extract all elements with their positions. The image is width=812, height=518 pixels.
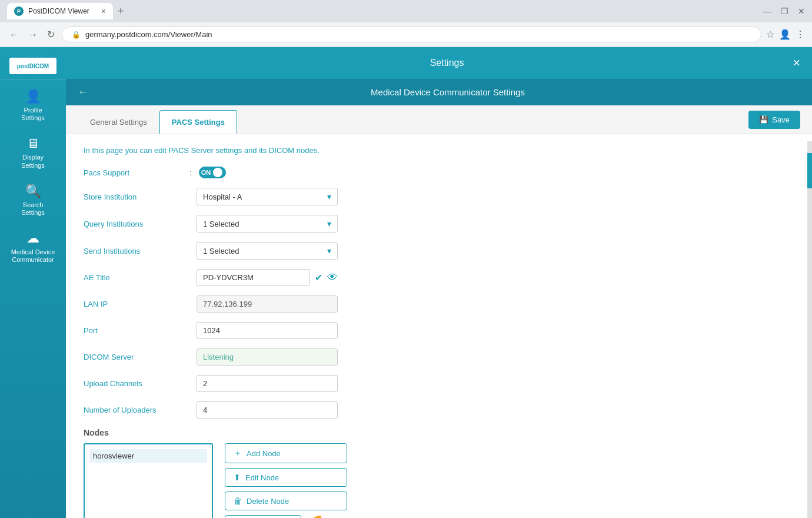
tab-pacs-label: PACS Settings	[172, 118, 225, 127]
sidebar-item-label: ProfileSettings	[21, 107, 45, 122]
upload-channels-input[interactable]	[197, 375, 338, 392]
modal-content: In this page you can edit PACS Server se…	[66, 134, 812, 518]
delete-node-button[interactable]: 🗑 Delete Node	[225, 492, 347, 510]
port-control	[197, 322, 338, 339]
eye-icon[interactable]: 👁	[327, 271, 338, 284]
sidebar-item-label: DisplaySettings	[21, 154, 45, 169]
tab-pacs-settings[interactable]: PACS Settings	[159, 110, 237, 134]
dicom-server-row: DICOM Server Listening	[84, 348, 794, 366]
upload-channels-control	[197, 375, 338, 392]
trash-icon: 🗑	[234, 496, 242, 506]
pacs-support-label: Pacs Support	[84, 168, 189, 177]
pacs-support-colon: :	[189, 168, 192, 177]
check-icon[interactable]: ✔	[315, 272, 322, 283]
scrollbar-track	[807, 141, 812, 518]
sidebar-item-medical-device[interactable]: ☁ Medical DeviceCommunicator	[0, 224, 66, 271]
edit-node-label: Edit Node	[245, 473, 279, 482]
modal-title: Settings	[101, 58, 793, 68]
medical-device-icon: ☁	[26, 231, 39, 246]
modal-subheader: ← Medical Device Communicator Settings	[66, 79, 812, 105]
ae-title-label: AE Title	[84, 273, 189, 282]
search-icon: 🔍	[25, 184, 41, 199]
store-institution-row: Store Institution Hospital - A ▾	[84, 188, 794, 205]
store-institution-value: Hospital - A	[203, 192, 242, 201]
dropdown-arrow-icon: ▾	[327, 192, 331, 201]
browser-chrome: P PostDICOM Viewer × + — ❐ ✕ ← → ↻ 🔒 ger…	[0, 0, 812, 47]
tab-general-settings[interactable]: General Settings	[78, 110, 159, 134]
tab-general-label: General Settings	[90, 118, 147, 127]
sidebar-logo: postDICOM	[0, 53, 66, 79]
close-button[interactable]: ✕	[798, 6, 805, 16]
delete-node-label: Delete Node	[247, 497, 289, 506]
nodes-actions: ＋ Add Node ⬆ Edit Node 🗑 Delete Node	[225, 443, 347, 518]
browser-titlebar: P PostDICOM Viewer × + — ❐ ✕	[0, 0, 812, 22]
upload-channels-label: Upload Channels	[84, 379, 189, 388]
address-bar[interactable]: 🔒 germany.postdicom.com/Viewer/Main	[62, 26, 761, 42]
ae-title-input[interactable]	[197, 269, 310, 286]
verify-node-button[interactable]: ✔ Verify Node	[225, 515, 301, 518]
pacs-toggle[interactable]: ON	[199, 167, 227, 178]
save-button[interactable]: 💾 Save	[748, 111, 800, 129]
ae-title-control: ✔ 👁	[197, 269, 338, 286]
query-institutions-value: 1 Selected	[203, 220, 239, 228]
bookmark-icon[interactable]: ☆	[766, 29, 774, 40]
number-of-uploaders-input[interactable]	[197, 401, 338, 419]
store-institution-dropdown[interactable]: Hospital - A ▾	[197, 188, 338, 205]
verify-node-row: ✔ Verify Node	[225, 515, 347, 518]
settings-modal: Settings × ← Medical Device Communicator…	[66, 47, 812, 518]
minimize-button[interactable]: —	[763, 6, 771, 16]
window-controls: — ❐ ✕	[763, 6, 805, 16]
scrollbar-thumb[interactable]	[807, 153, 812, 188]
forward-nav-button[interactable]: →	[26, 27, 40, 42]
send-institutions-value: 1 Selected	[203, 247, 239, 255]
sidebar-item-label: Medical DeviceCommunicator	[11, 248, 55, 264]
query-institutions-dropdown[interactable]: 1 Selected ▾	[197, 215, 338, 233]
profile-icon: 👤	[25, 89, 41, 104]
port-label: Port	[84, 326, 189, 335]
dicom-server-label: DICOM Server	[84, 353, 189, 361]
browser-toolbar: ← → ↻ 🔒 germany.postdicom.com/Viewer/Mai…	[0, 22, 812, 47]
lock-icon: 🔒	[72, 31, 81, 39]
send-institutions-dropdown[interactable]: 1 Selected ▾	[197, 242, 338, 260]
upload-channels-row: Upload Channels	[84, 375, 794, 392]
port-row: Port	[84, 322, 794, 339]
number-of-uploaders-control	[197, 401, 338, 419]
sidebar-item-search[interactable]: 🔍 SearchSettings	[0, 177, 66, 224]
toggle-text: ON	[201, 169, 211, 176]
address-text: germany.postdicom.com/Viewer/Main	[85, 30, 212, 39]
node-item[interactable]: horosviewer	[89, 449, 207, 463]
add-node-button[interactable]: ＋ Add Node	[225, 443, 347, 463]
send-institutions-row: Send Institutions 1 Selected ▾	[84, 242, 794, 260]
store-institution-label: Store Institution	[84, 192, 189, 201]
profile-icon[interactable]: 👤	[779, 29, 791, 40]
toolbar-icons: ☆ 👤 ⋮	[766, 29, 805, 40]
send-institutions-control: 1 Selected ▾	[197, 242, 338, 260]
query-institutions-row: Query Institutions 1 Selected ▾	[84, 215, 794, 233]
restore-button[interactable]: ❐	[781, 6, 788, 16]
back-nav-button[interactable]: ←	[7, 27, 21, 42]
menu-icon[interactable]: ⋮	[796, 29, 805, 40]
send-institutions-label: Send Institutions	[84, 247, 189, 255]
add-node-label: Add Node	[247, 449, 281, 458]
refresh-button[interactable]: ↻	[45, 26, 57, 42]
browser-tab[interactable]: P PostDICOM Viewer ×	[7, 3, 113, 19]
plus-icon: ＋	[234, 448, 242, 459]
dropdown-arrow-icon: ▾	[327, 219, 331, 228]
modal-close-button[interactable]: ×	[793, 55, 800, 71]
tabs-bar: General Settings PACS Settings 💾 Save	[66, 105, 812, 134]
port-input[interactable]	[197, 322, 338, 339]
edit-node-button[interactable]: ⬆ Edit Node	[225, 468, 347, 487]
store-institution-control: Hospital - A ▾	[197, 188, 338, 205]
sidebar-item-label: SearchSettings	[21, 201, 45, 217]
pacs-support-row: Pacs Support : ON	[84, 167, 794, 178]
logo-image: postDICOM	[9, 58, 56, 74]
nodes-list: horosviewer	[84, 443, 213, 518]
back-button[interactable]: ←	[78, 86, 88, 98]
sidebar-item-display[interactable]: 🖥 DisplaySettings	[0, 129, 66, 176]
tab-close-icon[interactable]: ×	[101, 6, 106, 16]
sidebar-item-profile[interactable]: 👤 ProfileSettings	[0, 82, 66, 129]
lan-ip-control: 77.92.136.199	[197, 295, 338, 313]
arrow-annotation	[306, 516, 347, 518]
toggle-circle	[213, 168, 222, 177]
new-tab-button[interactable]: +	[118, 5, 124, 18]
